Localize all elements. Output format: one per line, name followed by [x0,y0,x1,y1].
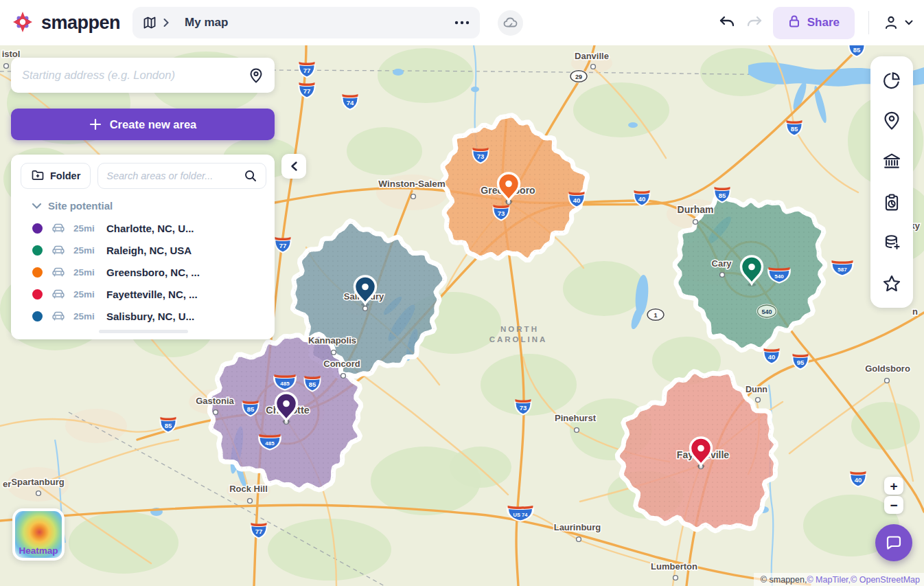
group-site-potential[interactable]: Site potential [11,196,275,216]
svg-text:73: 73 [520,404,527,412]
zoom-out-button[interactable]: − [884,496,903,514]
area-color-dot [32,245,43,256]
chat-button[interactable] [875,524,912,561]
folder-button[interactable]: Folder [21,163,91,189]
divider [868,11,869,34]
plus-icon [89,118,102,131]
svg-text:Concord: Concord [323,359,360,369]
smappen-app: 77777429858573734040855405405871409573US… [0,0,924,586]
folder-plus-icon [31,169,45,183]
svg-text:40: 40 [638,195,646,203]
report-clipboard-icon[interactable] [879,190,904,215]
favorites-star-icon[interactable] [879,271,904,296]
svg-text:Laurinburg: Laurinburg [554,522,601,532]
svg-text:CAROLINA: CAROLINA [489,335,548,343]
area-list: 25miCharlotte, NC, U...25miRaleigh, NC, … [11,216,275,327]
area-distance: 25mi [73,245,100,256]
svg-text:74: 74 [347,99,354,106]
create-new-area-label: Create new area [110,118,197,131]
area-name: Charlotte, NC, U... [106,223,194,234]
svg-text:Spartanburg: Spartanburg [11,477,64,487]
map-title[interactable]: My map [185,16,454,30]
svg-text:NORTH: NORTH [500,325,539,333]
map-attribution[interactable]: © smappen, © MapTiler, © OpenStreetMap [754,573,924,586]
cloud-sync-icon[interactable] [498,10,523,36]
chat-bubble-icon [885,534,903,551]
attribution-segment[interactable]: © smappen, [761,575,807,585]
share-button[interactable]: Share [773,7,855,39]
svg-text:Lumberton: Lumberton [651,561,697,572]
smappen-flower-icon [11,8,34,38]
svg-text:Winston-Salem: Winston-Salem [378,179,445,189]
svg-text:77: 77 [279,242,287,249]
chevron-down-icon [32,200,42,212]
collapse-panel-button[interactable] [281,154,306,179]
svg-text:587: 587 [838,267,847,273]
statistics-pie-icon[interactable] [879,68,904,93]
svg-text:77: 77 [303,67,311,74]
svg-text:73: 73 [498,210,505,217]
heatmap-toggle[interactable]: Heatmap [12,508,65,561]
zoom-in-button[interactable]: + [884,477,903,495]
map-icon[interactable] [142,15,157,30]
account-menu-button[interactable] [883,14,913,31]
area-list-item[interactable]: 25miFayetteville, NC, ... [11,283,275,305]
svg-text:540: 540 [774,273,784,280]
svg-text:40: 40 [855,476,862,484]
city-label: er [3,479,11,489]
car-icon [51,267,65,278]
areas-panel: Folder Site potential 25miCharlotte, NC,… [11,155,275,339]
undo-button[interactable] [718,14,736,31]
locate-pin-icon[interactable] [249,67,264,84]
svg-text:85: 85 [791,125,798,133]
right-toolbar [870,56,913,308]
database-add-icon[interactable] [879,231,904,256]
car-icon [51,223,65,234]
svg-text:Kannapolis: Kannapolis [308,335,356,346]
location-pin-icon[interactable] [879,109,904,133]
scrollbar[interactable] [99,330,188,333]
svg-text:540: 540 [761,308,772,315]
lock-icon [788,14,800,32]
area-list-item[interactable]: 25miSalisbury, NC, U... [11,305,275,327]
area-color-dot [32,311,43,322]
brand-name: smappen [41,12,120,34]
car-icon [51,245,65,256]
svg-text:85: 85 [309,381,316,388]
svg-text:85: 85 [719,192,726,199]
area-list-item[interactable]: 25miCharlotte, NC, U... [11,217,275,239]
area-color-dot [32,289,43,300]
attribution-segment[interactable]: © MapTiler, [807,575,851,585]
more-options-button[interactable] [454,20,470,25]
search-icon[interactable] [244,169,257,183]
highway-shield: 540 [756,304,777,319]
redo-button[interactable] [746,14,763,31]
svg-text:1: 1 [654,312,657,319]
car-icon [51,311,65,322]
area-distance: 25mi [73,223,100,234]
create-new-area-button[interactable]: Create new area [11,109,275,140]
area-search [97,163,266,189]
area-search-input[interactable] [106,170,244,181]
area-list-item[interactable]: 25miRaleigh, NC, USA [11,239,275,261]
brand-logo[interactable]: smappen [11,8,120,38]
starting-address-input[interactable] [22,69,249,82]
svg-text:Cary: Cary [712,258,732,269]
svg-text:Goldsboro: Goldsboro [865,363,910,374]
svg-text:85: 85 [853,46,861,54]
svg-text:485: 485 [280,381,290,387]
svg-text:Dunn: Dunn [746,385,767,394]
svg-text:29: 29 [575,74,582,80]
svg-text:US 74: US 74 [513,512,529,518]
area-distance: 25mi [73,267,100,278]
folder-button-label: Folder [50,170,80,181]
svg-text:95: 95 [797,359,805,366]
svg-text:Gastonia: Gastonia [196,396,234,406]
attribution-segment[interactable]: © OpenStreetMap [851,575,920,585]
bank-icon[interactable] [879,149,904,174]
area-name: Greensboro, NC, ... [106,267,200,278]
svg-text:73: 73 [477,153,485,160]
area-list-item[interactable]: 25miGreensboro, NC, ... [11,261,275,283]
svg-text:40: 40 [768,353,776,361]
area-name: Salisbury, NC, U... [106,311,194,322]
